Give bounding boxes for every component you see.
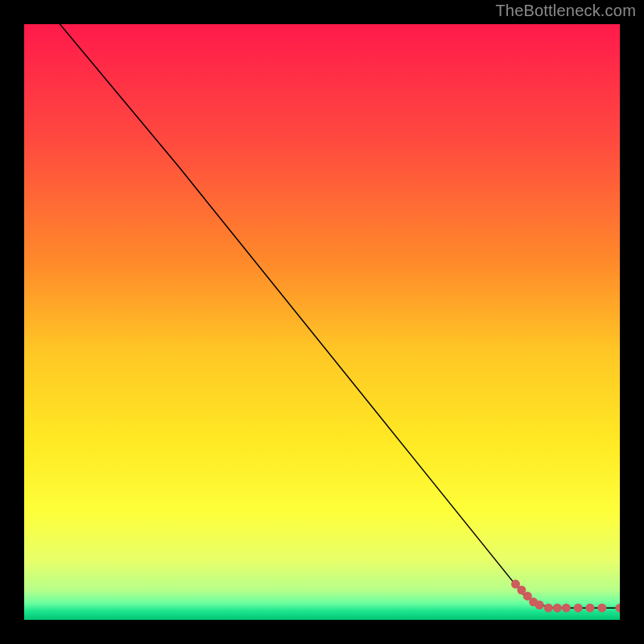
chart-marker bbox=[586, 604, 595, 613]
chart-marker bbox=[544, 604, 553, 613]
chart-marker bbox=[562, 604, 571, 613]
chart-marker bbox=[553, 604, 562, 613]
chart-marker bbox=[535, 601, 544, 609]
chart-svg bbox=[24, 24, 620, 620]
chart-marker bbox=[574, 604, 583, 613]
chart-area bbox=[24, 24, 620, 620]
chart-marker bbox=[597, 604, 606, 613]
chart-background bbox=[24, 24, 620, 620]
watermark-text: TheBottleneck.com bbox=[495, 2, 636, 20]
